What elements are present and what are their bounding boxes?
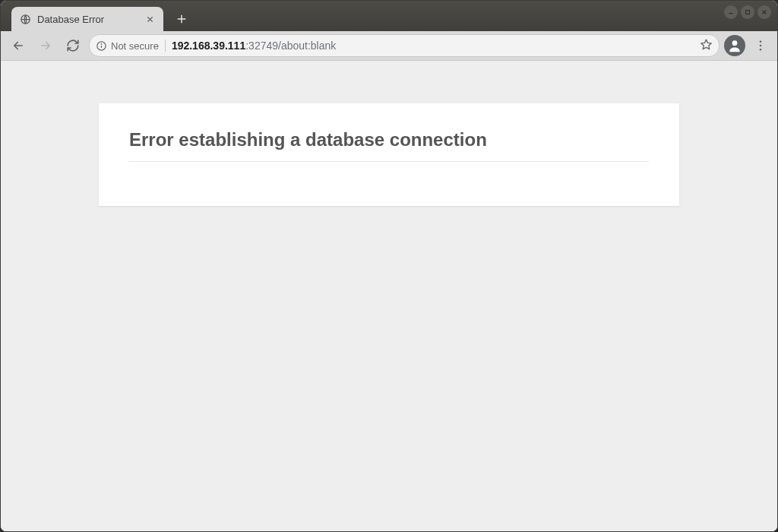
address-bar[interactable]: Not secure 192.168.39.111:32749/about:bl… [89,34,719,57]
svg-point-7 [760,40,762,43]
window-maximize-button[interactable] [741,5,754,19]
browser-menu-button[interactable] [750,34,771,57]
forward-button[interactable] [34,34,57,57]
svg-point-9 [760,49,762,51]
close-tab-button[interactable] [144,13,156,25]
window-close-button[interactable] [757,5,771,19]
globe-icon [19,13,31,25]
new-tab-button[interactable] [171,8,192,30]
svg-rect-1 [746,11,750,14]
svg-point-4 [101,43,102,44]
window-minimize-button[interactable] [724,5,738,19]
url-text: 192.168.39.111:32749/about:blank [172,40,694,52]
info-icon [96,40,107,52]
svg-point-6 [732,40,738,46]
profile-button[interactable] [724,35,745,56]
url-path: :32749/about:blank [245,40,336,52]
person-icon [727,38,742,53]
reload-button[interactable] [62,34,84,57]
titlebar: Database Error [1,1,777,31]
security-label: Not secure [111,40,159,52]
separator [165,40,166,52]
url-host: 192.168.39.111 [172,40,245,52]
error-card: Error establishing a database connection [99,103,679,206]
back-button[interactable] [7,34,30,57]
browser-window: Database Error [0,0,778,532]
security-status[interactable]: Not secure [96,40,159,52]
bookmark-button[interactable] [700,38,713,53]
error-heading: Error establishing a database connection [129,129,649,162]
browser-tab[interactable]: Database Error [11,7,163,31]
kebab-icon [754,39,767,52]
svg-point-8 [760,45,762,47]
tab-title: Database Error [37,14,138,25]
star-icon [700,38,713,51]
page-viewport: Error establishing a database connection [1,61,777,532]
browser-toolbar: Not secure 192.168.39.111:32749/about:bl… [1,31,777,61]
window-controls [724,5,771,19]
svg-marker-5 [701,40,711,49]
